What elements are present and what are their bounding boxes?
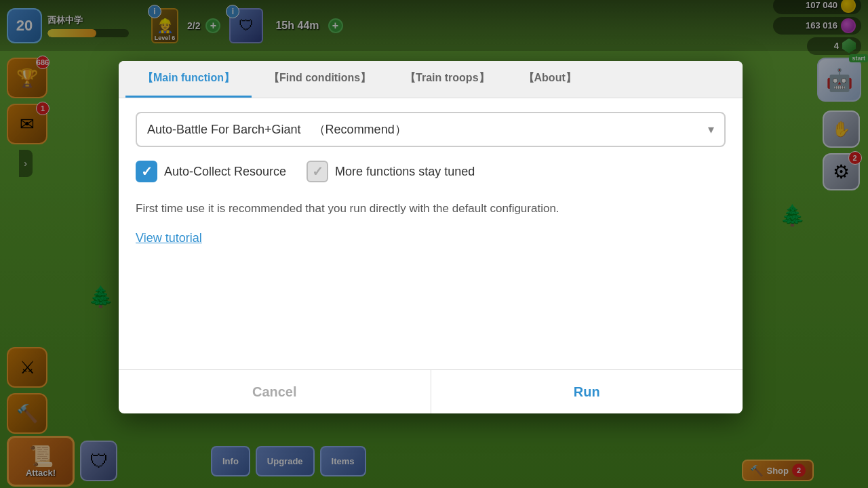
dialog-tab-bar: 【Main function】 【Find conditions】 【Train… xyxy=(119,61,743,98)
auto-collect-checkbox[interactable]: ✓ xyxy=(136,161,157,182)
tab-train-troops[interactable]: 【Train troops】 xyxy=(388,61,506,98)
view-tutorial-link[interactable]: View tutorial xyxy=(136,231,202,245)
unchecked-icon: ✓ xyxy=(312,165,323,178)
tab-main-function[interactable]: 【Main function】 xyxy=(125,61,252,98)
checkmark-icon: ✓ xyxy=(141,165,153,178)
dialog-body: Auto-Battle For Barch+Giant （Recommend） … xyxy=(119,98,743,369)
tab-find-conditions[interactable]: 【Find conditions】 xyxy=(252,61,388,98)
dialog-description: First time use it is recommended that yo… xyxy=(136,199,726,218)
more-functions-label: More functions stay tuned xyxy=(335,165,475,179)
more-functions-checkbox[interactable]: ✓ xyxy=(307,161,328,182)
dropdown-value: Auto-Battle For Barch+Giant （Recommend） xyxy=(147,121,407,138)
tab-about[interactable]: 【About】 xyxy=(507,61,593,98)
auto-collect-checkbox-item: ✓ Auto-Collect Resource xyxy=(136,161,286,182)
dialog-footer: Cancel Run xyxy=(119,369,743,413)
dropdown-arrow-icon: ▾ xyxy=(708,122,714,137)
run-button[interactable]: Run xyxy=(431,370,743,413)
cancel-button[interactable]: Cancel xyxy=(119,370,431,413)
main-dialog: 【Main function】 【Find conditions】 【Train… xyxy=(119,61,743,413)
auto-collect-label: Auto-Collect Resource xyxy=(164,165,286,179)
battle-mode-dropdown[interactable]: Auto-Battle For Barch+Giant （Recommend） … xyxy=(136,112,726,147)
more-functions-checkbox-item: ✓ More functions stay tuned xyxy=(307,161,475,182)
checkbox-row: ✓ Auto-Collect Resource ✓ More functions… xyxy=(136,161,726,182)
